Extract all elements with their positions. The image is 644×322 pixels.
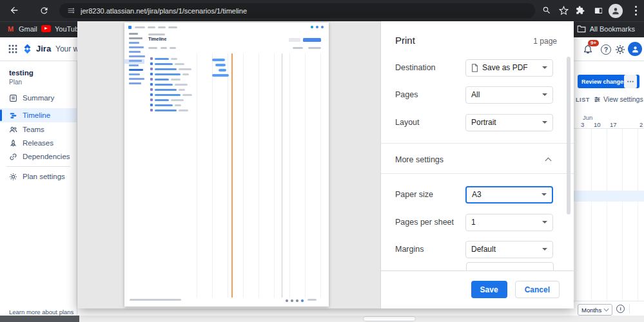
mini-sidebar — [127, 33, 147, 87]
sidebar-item-teams[interactable]: Teams — [0, 122, 77, 137]
mini-sidebar-line — [129, 73, 140, 75]
mini-issue-key — [155, 104, 173, 106]
paper-size-select[interactable]: A3 — [465, 186, 553, 204]
address-bar[interactable]: jer8230.atlassian.net/jira/plans/1/scena… — [59, 3, 535, 18]
margins-select[interactable]: Default — [465, 241, 553, 258]
list-section-label: LIST — [576, 97, 590, 103]
more-actions-button[interactable]: ⋯ — [624, 75, 637, 88]
settings-divider — [381, 143, 574, 144]
profile-button[interactable] — [609, 4, 623, 18]
timeline-date: 3 — [581, 121, 584, 128]
mini-issue-type-icon — [150, 109, 153, 111]
more-settings-toggle[interactable]: More settings — [381, 149, 574, 171]
notifications-badge: 9+ — [588, 40, 599, 46]
mini-issue-row — [150, 77, 195, 82]
mini-breadcrumb — [148, 33, 165, 35]
mini-issue-summary — [182, 94, 192, 96]
reload-button[interactable] — [36, 3, 52, 18]
back-icon — [9, 5, 19, 15]
mini-sidebar-line — [129, 64, 139, 66]
pages-per-sheet-select[interactable]: 1 — [465, 214, 553, 231]
jira-logo-icon — [22, 43, 33, 54]
horizontal-scrollbar-thumb[interactable] — [363, 316, 416, 321]
print-preview-area: Timeline — [77, 21, 380, 308]
window-bottom-edge — [0, 316, 79, 322]
mini-footer-bar — [307, 299, 317, 301]
pages-per-sheet-value: 1 — [471, 218, 476, 227]
side-panel-button[interactable] — [590, 3, 606, 18]
sidebar-item-label: Timeline — [23, 111, 50, 119]
mini-button — [289, 38, 300, 42]
page-count: 1 page — [533, 37, 557, 46]
mini-sidebar-line — [129, 51, 141, 53]
view-settings-button[interactable]: View settings — [594, 95, 643, 103]
destination-label: Destination — [395, 63, 436, 72]
bottom-bar-divider — [629, 304, 630, 314]
destination-field: Destination Save as PDF — [395, 59, 553, 77]
back-button[interactable] — [6, 3, 22, 18]
cancel-button[interactable]: Cancel — [515, 281, 560, 298]
sidebar-item-timeline[interactable]: Timeline — [0, 108, 77, 122]
mini-filter-bar — [308, 47, 321, 49]
mini-issue-key — [155, 94, 181, 96]
app-switcher-button[interactable] — [8, 44, 18, 57]
mini-issue-summary — [175, 63, 184, 65]
help-button[interactable] — [601, 44, 611, 55]
pages-per-sheet-field: Pages per sheet 1 — [395, 213, 553, 231]
plan-sidebar: testing Plan Summary Timeline Teams Rele… — [0, 61, 77, 316]
all-bookmarks-button[interactable]: All Bookmarks — [577, 25, 635, 33]
sidebar-item-label: Summary — [23, 94, 54, 102]
settings-scrollbar-thumb[interactable] — [567, 57, 571, 214]
bookmark-youtube[interactable]: YouTube — [41, 25, 83, 33]
mini-footer-url — [130, 299, 181, 301]
horizontal-scrollbar-track[interactable] — [79, 316, 644, 322]
mini-issue-key — [155, 109, 177, 111]
mini-menu-bar — [148, 26, 155, 28]
mini-filter-bar — [293, 47, 303, 49]
review-changes-label: Review changes — [581, 79, 627, 85]
browser-menu-button[interactable] — [628, 3, 643, 18]
layout-value: Portrait — [471, 118, 496, 127]
margins-label: Margins — [395, 245, 424, 254]
zoom-button[interactable] — [539, 3, 554, 18]
mini-issue-key — [155, 68, 177, 70]
mini-gantt-bar — [212, 59, 225, 61]
mini-issue-key — [155, 79, 169, 80]
extensions-button[interactable] — [572, 3, 588, 18]
sidebar-item-dependencies[interactable]: Dependencies — [0, 149, 77, 164]
mini-sidebar-line — [129, 78, 144, 80]
url-text: jer8230.atlassian.net/jira/plans/1/scena… — [81, 7, 247, 15]
bookmark-gmail[interactable]: Gmail — [6, 25, 37, 33]
layout-label: Layout — [395, 118, 420, 127]
ellipsis-icon: ⋯ — [627, 77, 634, 86]
zoom-level-select[interactable]: Months — [578, 304, 612, 316]
jira-logo[interactable]: Jira — [22, 43, 51, 54]
mini-sidebar-line — [129, 33, 138, 35]
magnifier-icon — [542, 6, 551, 15]
mini-sidebar-line — [129, 55, 145, 57]
notifications-button[interactable]: 9+ — [583, 44, 593, 57]
screen: jer8230.atlassian.net/jira/plans/1/scena… — [0, 0, 644, 322]
chevron-down-icon — [542, 66, 547, 69]
mini-primary-button — [303, 38, 321, 42]
chevron-down-icon — [542, 121, 547, 124]
sidebar-item-summary[interactable]: Summary — [0, 91, 77, 105]
destination-select[interactable]: Save as PDF — [465, 59, 553, 77]
sidebar-item-releases[interactable]: Releases — [0, 136, 77, 150]
save-button[interactable]: Save — [471, 281, 507, 298]
bookmark-star-button[interactable] — [556, 3, 571, 18]
gear-icon — [9, 173, 17, 181]
pages-select[interactable]: All — [465, 86, 553, 104]
mini-sidebar-line — [129, 69, 143, 71]
layout-select[interactable]: Portrait — [465, 114, 553, 131]
mini-sidebar-line — [129, 37, 142, 39]
sidebar-item-plan-settings[interactable]: Plan settings — [0, 169, 77, 184]
margins-field: Margins Default — [395, 240, 553, 258]
site-info-icon — [67, 6, 75, 15]
timeline-info-button[interactable] — [616, 305, 625, 313]
settings-button[interactable] — [615, 44, 625, 57]
learn-more-link[interactable]: Learn more about plans — [9, 308, 73, 316]
user-avatar[interactable] — [628, 42, 642, 56]
print-dialog: Timeline — [77, 21, 574, 308]
mini-sidebar-line — [129, 46, 144, 48]
